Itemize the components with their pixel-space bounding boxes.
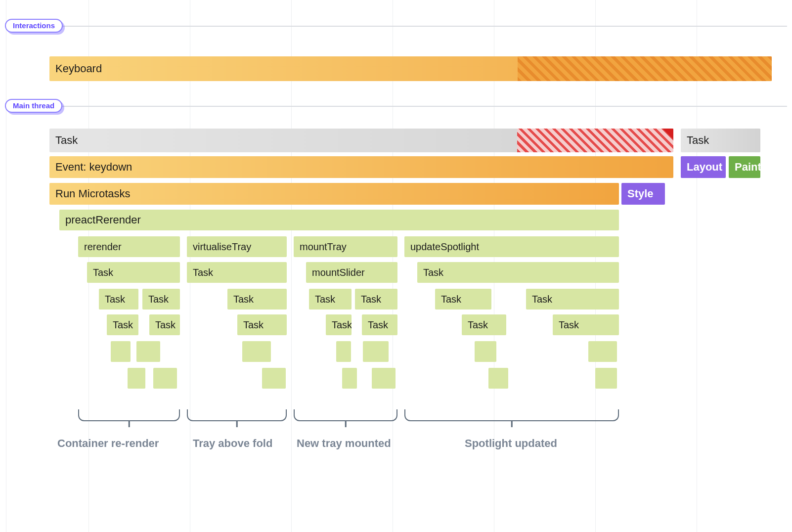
task-bar: Task	[107, 314, 138, 335]
task-bar: Task	[435, 289, 491, 310]
task-label-r6d: Task	[315, 294, 335, 305]
task-bar: Task	[362, 314, 397, 335]
interactions-track-divider	[5, 26, 787, 27]
task-label: Task	[55, 134, 78, 147]
bracket-spotlight-updated	[404, 409, 619, 421]
task-bar: Task	[526, 289, 619, 310]
event-keydown-label: Event: keydown	[55, 161, 132, 174]
task-warning-corner-icon	[662, 129, 673, 139]
keyboard-interaction-label: Keyboard	[55, 62, 102, 75]
task-bar	[595, 368, 617, 389]
task-label-r6c: Task	[233, 294, 254, 305]
task-bar	[111, 341, 131, 362]
task-bar: Task	[149, 314, 180, 335]
run-microtasks-bar: Run Microtasks	[49, 183, 619, 205]
task-label-r6f: Task	[441, 294, 461, 305]
task-bar: Task	[326, 314, 352, 335]
task-label-r6g: Task	[532, 294, 552, 305]
mount-tray-bar: mountTray	[294, 236, 397, 257]
task-bar: Task	[227, 289, 287, 310]
task-bar	[342, 368, 357, 389]
task-bar	[136, 341, 160, 362]
keyboard-hatch-icon	[518, 56, 772, 81]
caption-spotlight-updated: Spotlight updated	[465, 437, 557, 450]
main-thread-track-divider	[5, 106, 787, 107]
task-bar: Task	[237, 314, 287, 335]
task-label-r6b: Task	[148, 294, 169, 305]
task-bar: Task	[309, 289, 352, 310]
task-label-r7b: Task	[155, 319, 176, 331]
mount-tray-label: mountTray	[300, 241, 347, 253]
rerender-bar: rerender	[78, 236, 180, 257]
update-spotlight-bar: updateSpotlight	[404, 236, 619, 257]
task-bar	[363, 341, 389, 362]
task-bar	[262, 368, 286, 389]
task-bar-secondary: Task	[681, 129, 760, 152]
task-bar-main: Task	[49, 129, 673, 152]
task-bar: Task	[417, 262, 619, 283]
task-label-r7f: Task	[468, 319, 488, 331]
style-bar: Style	[621, 183, 665, 205]
task-bar	[475, 341, 496, 362]
task-hatch-warning-icon	[517, 129, 673, 152]
preact-rerender-label: preactRerender	[65, 214, 141, 226]
event-keydown-bar: Event: keydown	[49, 156, 673, 178]
preact-rerender-bar: preactRerender	[59, 210, 619, 230]
task-bar: Task	[553, 314, 619, 335]
task-label-r6a: Task	[105, 294, 125, 305]
caption-new-tray-mounted: New tray mounted	[297, 437, 391, 450]
task-label-r6e: Task	[361, 294, 381, 305]
virtualise-tray-bar: virtualiseTray	[187, 236, 287, 257]
task-label-2: Task	[687, 134, 709, 147]
task-bar: Task	[142, 289, 180, 310]
virtualise-tray-label: virtualiseTray	[193, 241, 251, 253]
task-bar	[128, 368, 145, 389]
task-bar	[153, 368, 177, 389]
bracket-container-rerender	[78, 409, 180, 421]
task-bar: Task	[462, 314, 506, 335]
task-bar	[488, 368, 508, 389]
task-label-r5a: Task	[93, 267, 113, 278]
task-label-r5c: Task	[423, 267, 443, 278]
task-label-r5b: Task	[193, 267, 213, 278]
layout-label: Layout	[687, 161, 722, 174]
main-thread-track-header: Main thread	[5, 99, 62, 113]
keyboard-interaction-bar: Keyboard	[49, 56, 772, 81]
task-label-r7d: Task	[332, 319, 352, 331]
caption-tray-above-fold: Tray above fold	[193, 437, 272, 450]
caption-container-rerender: Container re-render	[57, 437, 159, 450]
task-bar	[242, 341, 271, 362]
task-bar	[372, 368, 396, 389]
run-microtasks-label: Run Microtasks	[55, 187, 131, 200]
mount-slider-bar: mountSlider	[306, 262, 397, 283]
paint-bar: Paint	[729, 156, 760, 178]
task-bar	[336, 341, 351, 362]
paint-label: Paint	[735, 161, 760, 174]
rerender-label: rerender	[84, 241, 122, 253]
task-bar: Task	[187, 262, 287, 283]
task-label-r7g: Task	[559, 319, 579, 331]
interactions-track-header: Interactions	[5, 19, 63, 33]
style-label: Style	[627, 187, 654, 200]
update-spotlight-label: updateSpotlight	[410, 241, 479, 253]
task-bar: Task	[87, 262, 180, 283]
bracket-new-tray-mounted	[294, 409, 397, 421]
task-bar	[588, 341, 617, 362]
bracket-tray-above-fold	[187, 409, 287, 421]
task-label-r7a: Task	[113, 319, 133, 331]
task-bar: Task	[355, 289, 397, 310]
task-bar: Task	[99, 289, 138, 310]
task-label-r7e: Task	[368, 319, 388, 331]
mount-slider-label: mountSlider	[312, 267, 365, 278]
task-label-r7c: Task	[243, 319, 264, 331]
layout-bar: Layout	[681, 156, 726, 178]
